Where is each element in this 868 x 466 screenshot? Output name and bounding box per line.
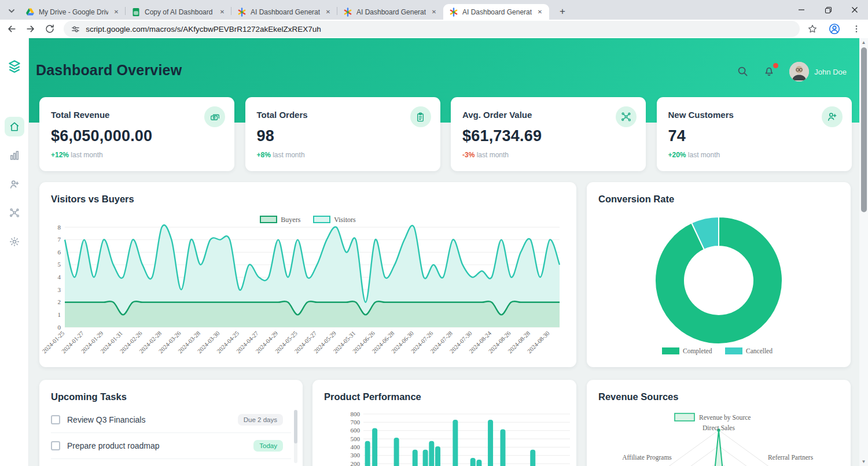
logo-layers-icon (7, 59, 22, 74)
sidebar (0, 38, 29, 466)
browser-tab[interactable]: My Drive - Google Drive✕ (20, 4, 126, 20)
task-badge: Today (253, 440, 283, 452)
stat-card-total-revenue: Total Revenue$6,050,000.00+12% last mont… (39, 97, 234, 171)
site-settings-icon[interactable] (71, 24, 80, 34)
conversion-rate-card: Conversion Rate CompletedCancelled (587, 182, 851, 367)
gear-icon (9, 236, 20, 247)
url-bar[interactable]: script.google.com/macros/s/AKfycbwPEVBrR… (64, 21, 800, 37)
restore-button[interactable] (815, 0, 841, 20)
chart-title-conversion-rate: Conversion Rate (598, 194, 674, 205)
task-label: Prepare product roadmap (67, 441, 253, 450)
svg-text:8: 8 (58, 224, 61, 231)
tab-close-icon[interactable]: ✕ (218, 8, 227, 17)
upcoming-tasks-card: Upcoming Tasks Review Q3 FinancialsDue 2… (39, 380, 303, 466)
search-icon[interactable] (736, 65, 750, 79)
browser-menu-icon[interactable] (848, 21, 865, 37)
browser-tab[interactable]: Copy of AI Dashboard Generato✕ (126, 4, 231, 20)
browser-tab-active[interactable]: AI Dashboard Generator✕ (443, 4, 549, 20)
tab-close-icon[interactable]: ✕ (323, 8, 333, 17)
tab-close-icon[interactable]: ✕ (535, 8, 545, 17)
tasks-title: Upcoming Tasks (51, 391, 127, 402)
svg-text:200: 200 (351, 460, 361, 466)
network-icon (9, 207, 20, 219)
tab-close-icon[interactable]: ✕ (112, 8, 121, 17)
svg-text:0: 0 (58, 324, 61, 331)
svg-text:5: 5 (58, 261, 61, 268)
stat-delta: +20% (668, 151, 686, 159)
divider (51, 458, 291, 459)
svg-text:Revenue by Source: Revenue by Source (699, 414, 751, 421)
tab-title: AI Dashboard Generator (462, 8, 532, 16)
tab-title: AI Dashboard Generator - Proje (251, 8, 320, 16)
stat-card-avg-order-value: Avg. Order Value$61,734.69-3% last month (451, 97, 646, 171)
page-title: Dashboard Overview (36, 62, 182, 79)
conversion-rate-chart: CompletedCancelled (587, 205, 851, 365)
new-tab-button[interactable]: + (556, 5, 569, 18)
network-icon (616, 106, 637, 127)
sidebar-item-settings[interactable] (5, 232, 24, 252)
scroll-down-arrow[interactable]: ▼ (859, 457, 868, 466)
stat-delta: -3% (462, 151, 475, 159)
tab-close-icon[interactable]: ✕ (429, 8, 439, 17)
page-scrollbar[interactable]: ▲ ▼ (859, 38, 868, 466)
task-checkbox[interactable] (51, 441, 60, 450)
stat-value: 98 (257, 127, 429, 145)
reload-button[interactable] (42, 21, 58, 37)
minimize-button[interactable] (788, 0, 815, 20)
task-checkbox[interactable] (51, 415, 60, 424)
drive-favicon (25, 8, 35, 17)
sidebar-item-integrations[interactable] (5, 203, 24, 223)
browser-tab[interactable]: AI Dashboard Generator✕ (337, 4, 443, 20)
tasks-scrollbar-thumb[interactable] (294, 410, 297, 443)
task-row: Prepare product roadmapToday (51, 434, 283, 457)
sidebar-item-users[interactable] (5, 175, 24, 194)
stat-card-new-customers: New Customers74+20% last month (657, 97, 852, 171)
svg-text:Referral Partners: Referral Partners (768, 454, 814, 461)
notifications-bell-icon[interactable] (763, 65, 777, 79)
product-performance-card: Product Performance 80070060050040030020… (312, 380, 576, 466)
close-window-button[interactable] (841, 0, 868, 20)
divider (51, 432, 291, 433)
stat-change: +20% last month (668, 151, 840, 159)
tab-search-chevron-icon[interactable] (6, 5, 17, 17)
sidebar-item-home[interactable] (5, 117, 24, 136)
task-label: Review Q3 Financials (67, 415, 238, 424)
chart-title-revenue-sources: Revenue Sources (598, 391, 678, 402)
svg-text:400: 400 (351, 443, 361, 450)
back-button[interactable] (3, 21, 19, 37)
tab-title: AI Dashboard Generator (356, 8, 426, 16)
svg-text:1: 1 (58, 311, 61, 318)
sidebar-item-analytics[interactable] (5, 146, 24, 165)
svg-text:Cancelled: Cancelled (746, 347, 773, 354)
stat-label: Total Revenue (51, 110, 223, 120)
url-text: script.google.com/macros/s/AKfycbwPEVBrR… (86, 25, 321, 34)
stat-label: Total Orders (257, 110, 429, 120)
stat-value: $61,734.69 (462, 127, 634, 145)
browser-tab[interactable]: AI Dashboard Generator - Proje✕ (231, 4, 337, 20)
cash-icon (204, 106, 225, 127)
clipboard-icon (410, 106, 431, 127)
forward-button[interactable] (23, 21, 38, 37)
bar-chart-icon (9, 150, 20, 161)
notification-badge (773, 63, 778, 68)
sheets-favicon (131, 8, 141, 17)
stat-delta: +8% (257, 151, 271, 159)
svg-text:Completed: Completed (683, 347, 712, 355)
visitors-vs-buyers-card: Visitors vs Buyers BuyersVisitors 012345… (39, 182, 576, 367)
avatar[interactable] (789, 62, 809, 82)
task-row: Review Q3 FinancialsDue 2 days (51, 408, 283, 431)
stat-value: $6,050,000.00 (51, 127, 223, 145)
apps-script-favicon (449, 8, 458, 17)
svg-text:Affiliate Programs: Affiliate Programs (622, 454, 672, 461)
svg-text:6: 6 (58, 249, 61, 256)
page-scrollbar-thumb[interactable] (861, 47, 867, 212)
stat-change: +8% last month (257, 151, 429, 159)
scroll-up-arrow[interactable]: ▲ (859, 38, 868, 47)
apps-script-favicon (237, 8, 247, 17)
bookmark-star-icon[interactable] (804, 21, 821, 37)
user-plus-icon (9, 179, 20, 190)
profile-icon[interactable] (826, 21, 843, 37)
svg-text:2: 2 (58, 298, 61, 305)
stat-card-total-orders: Total Orders98+8% last month (245, 97, 440, 171)
tab-strip: My Drive - Google Drive✕Copy of AI Dashb… (0, 0, 868, 20)
